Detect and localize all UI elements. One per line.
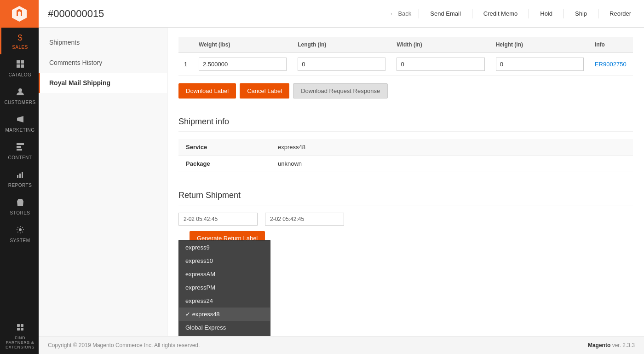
weight-input[interactable]: 2.500000 xyxy=(199,58,287,71)
svg-rect-7 xyxy=(17,149,22,151)
send-email-button[interactable]: Send Email xyxy=(426,8,464,19)
height-input[interactable]: 0 xyxy=(496,58,584,71)
sidebar-item-reports[interactable]: Reports xyxy=(0,165,39,192)
dropdown-option-express9[interactable]: express9 xyxy=(179,241,270,254)
service-value: express48 xyxy=(270,139,633,156)
dropdown-option-express24[interactable]: express24 xyxy=(179,294,270,308)
sidebar-item-system[interactable]: System xyxy=(0,220,39,248)
credit-memo-button[interactable]: Credit Memo xyxy=(480,8,521,19)
content-icon xyxy=(16,143,24,153)
divider-3 xyxy=(529,9,529,18)
cancel-label-button[interactable]: Cancel Label xyxy=(240,83,289,99)
sidebar-item-customers-label: Customers xyxy=(4,100,35,105)
length-input[interactable]: 0 xyxy=(298,58,385,71)
svg-rect-15 xyxy=(17,328,20,331)
topbar-actions: ← Back Send Email Credit Memo Hold Ship … xyxy=(389,8,635,19)
dropdown-option-euro-priority-home[interactable]: Euro Priority Home xyxy=(179,334,270,336)
sidebar-item-extensions-label: Find Partners & Extensions xyxy=(3,336,37,349)
col-length-header: Length (in) xyxy=(292,37,391,53)
nav-shipments-label: Shipments xyxy=(49,39,80,46)
return-date1-input[interactable] xyxy=(178,213,258,226)
back-label: Back xyxy=(398,10,411,17)
package-label: Package xyxy=(178,156,270,172)
sidebar: $ Sales Catalog Customers Marketing Co xyxy=(0,0,39,354)
nav-item-shipments[interactable]: Shipments xyxy=(39,32,167,52)
dropdown-option-express48[interactable]: express48 xyxy=(179,308,270,321)
back-arrow-icon: ← xyxy=(389,10,395,17)
info-row-package: Package unknown xyxy=(178,156,633,172)
ship-button[interactable]: Ship xyxy=(571,8,591,19)
svg-rect-10 xyxy=(22,172,23,178)
dropdown-option-express10[interactable]: express10 xyxy=(179,254,270,267)
service-label: Service xyxy=(178,139,270,156)
service-dropdown-open[interactable]: express9 express10 expressAM expressPM e… xyxy=(178,240,270,336)
dropdown-option-expressAM[interactable]: expressAM xyxy=(179,267,270,281)
main-area: #000000015 ← Back Send Email Credit Memo… xyxy=(39,0,644,354)
sidebar-item-extensions[interactable]: Find Partners & Extensions xyxy=(0,318,39,354)
sidebar-item-sales[interactable]: $ Sales xyxy=(0,28,39,54)
download-label-button[interactable]: Download Label xyxy=(178,83,236,99)
svg-rect-5 xyxy=(17,143,24,145)
info-link[interactable]: ER9002750 xyxy=(595,61,627,68)
footer-version-label: Magento xyxy=(588,342,610,348)
svg-rect-0 xyxy=(17,60,20,64)
package-length[interactable]: 0 xyxy=(292,53,391,76)
shipment-info-header: Shipment info xyxy=(178,110,633,132)
footer-version: Magento ver. 2.3.3 xyxy=(588,342,635,348)
sidebar-item-catalog[interactable]: Catalog xyxy=(0,54,39,82)
sidebar-item-reports-label: Reports xyxy=(8,183,32,188)
package-row: 1 2.500000 0 0 0 xyxy=(178,53,633,76)
package-qty: 1 xyxy=(178,53,193,76)
footer-version-number: ver. 2.3.3 xyxy=(612,342,635,348)
divider-2 xyxy=(472,9,472,18)
nav-item-comments[interactable]: Comments History xyxy=(39,52,167,73)
sidebar-item-stores[interactable]: Stores xyxy=(0,192,39,220)
dropdown-option-expressPM[interactable]: expressPM xyxy=(179,281,270,294)
svg-rect-9 xyxy=(19,174,21,178)
width-input[interactable]: 0 xyxy=(397,58,484,71)
left-nav: Shipments Comments History Royal Mail Sh… xyxy=(39,28,167,336)
system-icon xyxy=(16,226,24,236)
catalog-icon xyxy=(16,60,24,70)
svg-rect-11 xyxy=(19,203,21,206)
sidebar-item-sales-label: Sales xyxy=(12,45,28,50)
topbar: #000000015 ← Back Send Email Credit Memo… xyxy=(39,0,644,28)
reports-icon xyxy=(16,170,24,181)
dropdown-option-global-express[interactable]: Global Express xyxy=(179,321,270,334)
main-content: Weight (lbs) Length (in) Width (in) Heig… xyxy=(167,28,644,336)
divider-1 xyxy=(419,9,419,18)
col-qty-header xyxy=(178,37,193,53)
info-row-service: Service express48 xyxy=(178,139,633,156)
footer-copyright: Copyright © 2019 Magento Commerce Inc. A… xyxy=(48,342,200,348)
back-button[interactable]: ← Back xyxy=(389,10,411,17)
nav-comments-label: Comments History xyxy=(49,59,102,66)
package-info: ER9002750 xyxy=(589,53,633,76)
extensions-icon xyxy=(16,323,24,334)
package-width[interactable]: 0 xyxy=(391,53,490,76)
package-table: Weight (lbs) Length (in) Width (in) Heig… xyxy=(178,37,633,76)
hold-button[interactable]: Hold xyxy=(536,8,556,19)
reorder-button[interactable]: Reorder xyxy=(606,8,635,19)
download-response-button[interactable]: Download Request Response xyxy=(293,83,388,99)
svg-rect-3 xyxy=(21,64,24,68)
return-section: express9 express10 expressAM expressPM e… xyxy=(178,213,633,245)
svg-rect-6 xyxy=(17,146,21,148)
footer: Copyright © 2019 Magento Commerce Inc. A… xyxy=(39,336,644,354)
content-area: Shipments Comments History Royal Mail Sh… xyxy=(39,28,644,336)
svg-rect-8 xyxy=(17,175,18,178)
package-actions: Download Label Cancel Label Download Req… xyxy=(178,83,633,99)
sidebar-item-content-label: Content xyxy=(8,155,32,160)
sidebar-item-marketing[interactable]: Marketing xyxy=(0,110,39,137)
svg-rect-2 xyxy=(17,64,20,68)
sidebar-logo[interactable] xyxy=(0,0,39,28)
sidebar-item-content[interactable]: Content xyxy=(0,137,39,165)
svg-point-4 xyxy=(18,88,22,92)
return-date2-input[interactable] xyxy=(265,213,344,226)
package-height[interactable]: 0 xyxy=(490,53,589,76)
package-weight[interactable]: 2.500000 xyxy=(193,53,292,76)
nav-item-royal-mail[interactable]: Royal Mail Shipping xyxy=(39,73,167,93)
shipment-info-table: Service express48 Package unknown xyxy=(178,139,633,172)
svg-rect-16 xyxy=(21,328,23,331)
sidebar-item-customers[interactable]: Customers xyxy=(0,82,39,110)
col-weight-header: Weight (lbs) xyxy=(193,37,292,53)
